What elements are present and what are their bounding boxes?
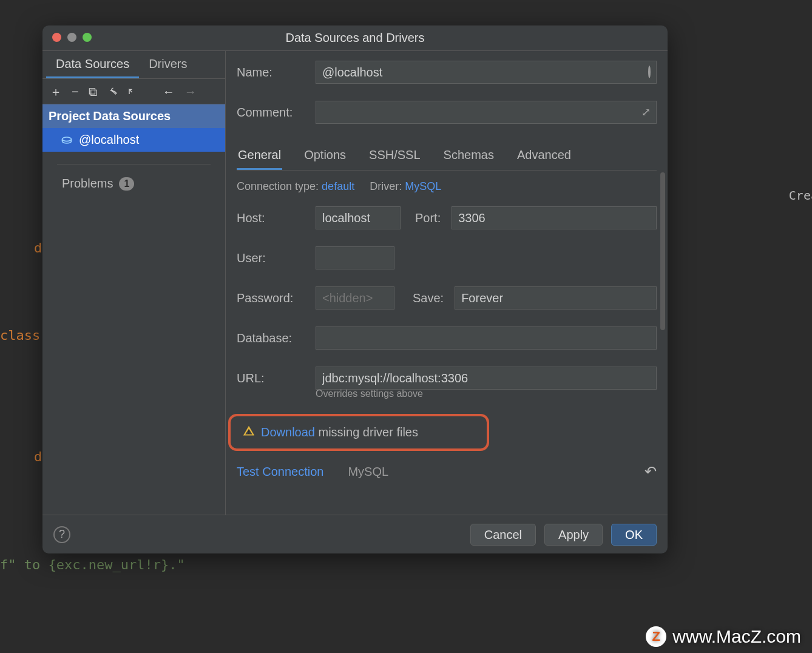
- save-select[interactable]: [455, 286, 657, 310]
- remove-icon[interactable]: −: [72, 86, 79, 98]
- problems-count-badge: 1: [119, 177, 134, 191]
- ok-button[interactable]: OK: [611, 524, 657, 546]
- user-input[interactable]: [316, 246, 394, 269]
- database-label: Database:: [237, 331, 316, 345]
- help-button[interactable]: ?: [53, 526, 70, 543]
- connection-type-label: Connection type:: [237, 180, 319, 192]
- download-driver-box: Download missing driver files: [228, 414, 489, 451]
- password-label: Password:: [237, 291, 316, 305]
- color-indicator-icon[interactable]: [648, 67, 651, 78]
- close-window-button[interactable]: [52, 33, 61, 42]
- url-note: Overrides settings above: [316, 388, 657, 399]
- tab-drivers[interactable]: Drivers: [139, 51, 197, 78]
- port-input[interactable]: [452, 206, 657, 229]
- download-text: missing driver files: [315, 425, 418, 439]
- scrollbar[interactable]: [660, 172, 665, 330]
- cancel-button[interactable]: Cancel: [470, 524, 536, 546]
- database-icon: [61, 134, 73, 146]
- titlebar: Data Sources and Drivers: [42, 25, 668, 51]
- connection-type-link[interactable]: default: [322, 180, 354, 192]
- duplicate-icon[interactable]: ⧉: [89, 86, 97, 98]
- expand-icon[interactable]: ⤢: [641, 106, 651, 119]
- revert-icon[interactable]: ↶: [645, 463, 657, 480]
- dialog-footer: ? Cancel Apply OK: [42, 515, 668, 553]
- name-label: Name:: [237, 66, 316, 80]
- wrench-icon[interactable]: [107, 85, 118, 98]
- driver-name-label: MySQL: [348, 465, 388, 479]
- dialog-title: Data Sources and Drivers: [42, 31, 668, 45]
- left-panel: Data Sources Drivers ＋ − ⧉ ← → Project D…: [42, 51, 226, 515]
- comment-label: Comment:: [237, 106, 316, 120]
- test-connection-link[interactable]: Test Connection: [237, 465, 323, 479]
- tab-ssh-ssl[interactable]: SSH/SSL: [368, 143, 421, 170]
- url-label: URL:: [237, 371, 316, 385]
- name-input[interactable]: [316, 61, 657, 84]
- password-input[interactable]: [316, 286, 394, 310]
- data-source-label: @localhost: [79, 133, 139, 147]
- driver-label: Driver:: [370, 180, 402, 192]
- window-controls: [52, 33, 92, 42]
- back-icon[interactable]: ←: [163, 86, 175, 98]
- section-header: Project Data Sources: [42, 104, 225, 128]
- host-label: Host:: [237, 211, 316, 225]
- user-label: User:: [237, 251, 316, 265]
- save-label: Save:: [413, 291, 444, 305]
- watermark-text: www.MacZ.com: [672, 626, 801, 647]
- connection-info: Connection type: default Driver: MySQL: [237, 180, 657, 193]
- apply-button[interactable]: Apply: [544, 524, 603, 546]
- left-tabs: Data Sources Drivers: [42, 51, 225, 79]
- port-label: Port:: [415, 211, 441, 225]
- tab-options[interactable]: Options: [303, 143, 347, 170]
- divider: [57, 164, 211, 164]
- forward-icon: →: [184, 86, 197, 98]
- tab-advanced[interactable]: Advanced: [516, 143, 572, 170]
- code-line: f" to {exc.new_url!r}.": [0, 557, 185, 572]
- make-global-icon[interactable]: [127, 85, 138, 98]
- add-icon[interactable]: ＋: [50, 86, 62, 98]
- database-input[interactable]: [316, 326, 657, 350]
- tab-data-sources[interactable]: Data Sources: [46, 51, 139, 78]
- left-toolbar: ＋ − ⧉ ← →: [42, 79, 225, 104]
- code-keyword: d: [34, 240, 42, 255]
- partial-label: Crea: [789, 188, 812, 203]
- warning-icon: [243, 425, 255, 440]
- problems-item[interactable]: Problems 1: [42, 171, 225, 197]
- minimize-window-button[interactable]: [67, 33, 76, 42]
- data-sources-dialog: Data Sources and Drivers Data Sources Dr…: [42, 25, 668, 553]
- svg-rect-1: [248, 433, 249, 434]
- problems-label: Problems: [62, 177, 113, 191]
- data-source-item[interactable]: @localhost: [42, 128, 225, 152]
- watermark-logo-icon: Z: [646, 626, 666, 647]
- download-link[interactable]: Download: [261, 425, 315, 439]
- tab-schemas[interactable]: Schemas: [442, 143, 495, 170]
- zoom-window-button[interactable]: [83, 33, 92, 42]
- watermark: Z www.MacZ.com: [646, 626, 801, 647]
- driver-link[interactable]: MySQL: [405, 180, 441, 192]
- url-input[interactable]: [316, 367, 657, 390]
- svg-rect-0: [248, 430, 249, 432]
- right-tabs: General Options SSH/SSL Schemas Advanced: [237, 143, 657, 171]
- host-input[interactable]: [316, 206, 401, 229]
- code-keyword-class: class: [0, 328, 40, 343]
- right-panel: Name: Comment: ⤢ General Options SSH/SSL…: [226, 51, 668, 515]
- tab-general[interactable]: General: [237, 143, 282, 170]
- code-keyword: d: [34, 449, 42, 464]
- comment-input[interactable]: [316, 101, 657, 124]
